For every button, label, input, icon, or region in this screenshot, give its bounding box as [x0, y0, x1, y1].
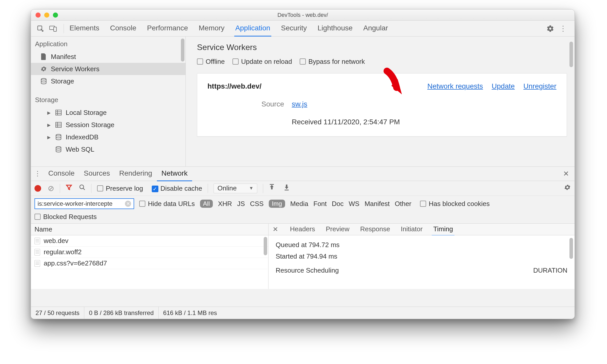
update-link[interactable]: Update	[492, 82, 515, 90]
tab-application[interactable]: Application	[234, 20, 271, 37]
sidebar-item-label: IndexedDB	[66, 133, 99, 141]
filter-type-all[interactable]: All	[200, 200, 213, 208]
disclosure-triangle-icon[interactable]: ▸	[46, 133, 51, 141]
service-workers-view: Service Workers Offline Update on reload…	[186, 37, 575, 166]
detail-tab-timing[interactable]: Timing	[432, 223, 454, 236]
sidebar-item-manifest[interactable]: Manifest	[31, 51, 185, 63]
filter-type-doc[interactable]: Doc	[332, 200, 344, 208]
filter-type-other[interactable]: Other	[395, 200, 411, 208]
service-workers-options: Offline Update on reload Bypass for netw…	[197, 58, 567, 66]
detail-tab-initiator[interactable]: Initiator	[399, 223, 424, 236]
section-storage-title: Storage	[31, 92, 185, 106]
document-icon	[40, 53, 47, 60]
detail-scrollbar[interactable]	[569, 238, 573, 259]
tab-angular[interactable]: Angular	[362, 20, 389, 37]
drawer-tabs: ⋮ Console Sources Rendering Network ✕	[31, 167, 575, 181]
drawer-more-icon[interactable]: ⋮	[33, 170, 42, 178]
sidebar-item-indexeddb[interactable]: ▸ IndexedDB	[31, 131, 185, 143]
inspect-element-icon[interactable]	[35, 23, 46, 34]
has-blocked-cookies-checkbox[interactable]: Has blocked cookies	[420, 200, 489, 208]
record-button[interactable]	[34, 185, 41, 192]
filter-type-xhr[interactable]: XHR	[218, 200, 232, 208]
filter-type-media[interactable]: Media	[290, 200, 308, 208]
export-har-icon[interactable]	[284, 184, 290, 192]
sidebar-item-label: Manifest	[51, 53, 76, 61]
tab-elements[interactable]: Elements	[68, 20, 100, 37]
drawer-tab-sources[interactable]: Sources	[79, 166, 115, 181]
drawer-close-icon[interactable]: ✕	[560, 169, 572, 178]
annotation-arrow-icon	[372, 65, 412, 104]
sidebar-item-websql[interactable]: ▸ Web SQL	[31, 143, 185, 155]
offline-checkbox[interactable]: Offline	[197, 58, 225, 66]
filter-type-img[interactable]: Img	[269, 200, 285, 208]
detail-tab-preview[interactable]: Preview	[324, 223, 351, 236]
settings-gear-icon[interactable]	[545, 23, 556, 34]
clear-icon[interactable]: ⊘	[48, 184, 54, 193]
network-settings-gear-icon[interactable]	[564, 184, 571, 193]
sidebar-item-session-storage[interactable]: ▸ Session Storage	[31, 119, 185, 131]
disclosure-triangle-icon[interactable]: ▸	[46, 121, 51, 129]
network-requests-link[interactable]: Network requests	[427, 82, 483, 90]
tab-lighthouse[interactable]: Lighthouse	[317, 20, 354, 37]
sidebar-scrollbar[interactable]	[181, 39, 184, 62]
grid-icon	[55, 109, 62, 116]
filter-type-css[interactable]: CSS	[250, 200, 263, 208]
content-scrollbar[interactable]	[569, 42, 573, 67]
preserve-log-checkbox[interactable]: Preserve log	[97, 184, 143, 192]
svg-point-8	[80, 185, 84, 189]
hide-data-urls-checkbox[interactable]: Hide data URLs	[139, 200, 195, 208]
tab-security[interactable]: Security	[280, 20, 308, 37]
update-on-reload-checkbox[interactable]: Update on reload	[232, 58, 292, 66]
panel-tabs: Elements Console Performance Memory Appl…	[68, 20, 389, 37]
detail-tab-response[interactable]: Response	[359, 223, 392, 236]
network-body: Name web.dev regular.woff2 app.css?v=6e2…	[31, 224, 575, 289]
throttling-select[interactable]: Online▼	[214, 184, 257, 193]
filter-type-js[interactable]: JS	[237, 200, 245, 208]
request-row[interactable]: web.dev	[31, 235, 268, 247]
filter-type-ws[interactable]: WS	[349, 200, 359, 208]
drawer-tab-rendering[interactable]: Rendering	[114, 166, 157, 181]
database-icon	[40, 78, 47, 85]
disclosure-triangle-icon[interactable]: ▸	[46, 109, 51, 117]
disable-cache-checkbox[interactable]: ✓Disable cache	[152, 184, 202, 192]
tab-performance[interactable]: Performance	[146, 20, 189, 37]
blocked-requests-checkbox[interactable]: Blocked Requests	[34, 213, 97, 221]
request-row[interactable]: app.css?v=6e2768d7	[31, 258, 268, 269]
svg-rect-4	[56, 110, 61, 115]
application-panel: Application Manifest Service Workers Sto…	[31, 37, 575, 167]
bypass-for-network-checkbox[interactable]: Bypass for network	[300, 58, 365, 66]
more-menu-icon[interactable]: ⋮	[558, 23, 568, 34]
devtools-top-toolbar: Elements Console Performance Memory Appl…	[31, 21, 575, 37]
sidebar-item-storage-overview[interactable]: Storage	[31, 75, 185, 87]
source-file-link[interactable]: sw.js	[292, 100, 307, 108]
network-detail-panel: ✕ Headers Preview Response Initiator Tim…	[269, 224, 575, 289]
unregister-link[interactable]: Unregister	[523, 82, 556, 90]
import-har-icon[interactable]	[269, 184, 275, 192]
service-workers-heading: Service Workers	[197, 43, 567, 52]
column-name-header[interactable]: Name	[31, 224, 268, 235]
titlebar: DevTools - web.dev/	[31, 9, 575, 21]
sidebar-item-service-workers[interactable]: Service Workers	[31, 63, 185, 75]
search-icon[interactable]	[79, 184, 86, 192]
resource-scheduling-label: Resource Scheduling	[276, 266, 339, 274]
tab-memory[interactable]: Memory	[198, 20, 226, 37]
drawer-tab-network[interactable]: Network	[157, 166, 192, 181]
detail-tab-headers[interactable]: Headers	[288, 223, 317, 236]
tab-console[interactable]: Console	[109, 20, 137, 37]
application-sidebar: Application Manifest Service Workers Sto…	[31, 37, 186, 166]
drawer-tab-console[interactable]: Console	[44, 166, 79, 181]
filter-type-manifest[interactable]: Manifest	[365, 200, 390, 208]
sidebar-item-local-storage[interactable]: ▸ Local Storage	[31, 106, 185, 119]
service-worker-scope: https://web.dev/	[207, 82, 262, 90]
clear-filter-icon[interactable]: ✕	[125, 201, 131, 207]
request-list-scrollbar[interactable]	[264, 237, 267, 255]
svg-rect-10	[285, 190, 289, 190]
gear-icon	[40, 65, 47, 72]
request-row[interactable]: regular.woff2	[31, 247, 268, 258]
close-detail-icon[interactable]: ✕	[273, 225, 278, 233]
device-toolbar-icon[interactable]	[48, 23, 59, 34]
filter-type-font[interactable]: Font	[313, 200, 327, 208]
filter-input[interactable]: is:service-worker-intercepte ✕	[34, 198, 134, 209]
file-icon	[34, 238, 40, 244]
filter-toggle-icon[interactable]	[66, 184, 72, 192]
